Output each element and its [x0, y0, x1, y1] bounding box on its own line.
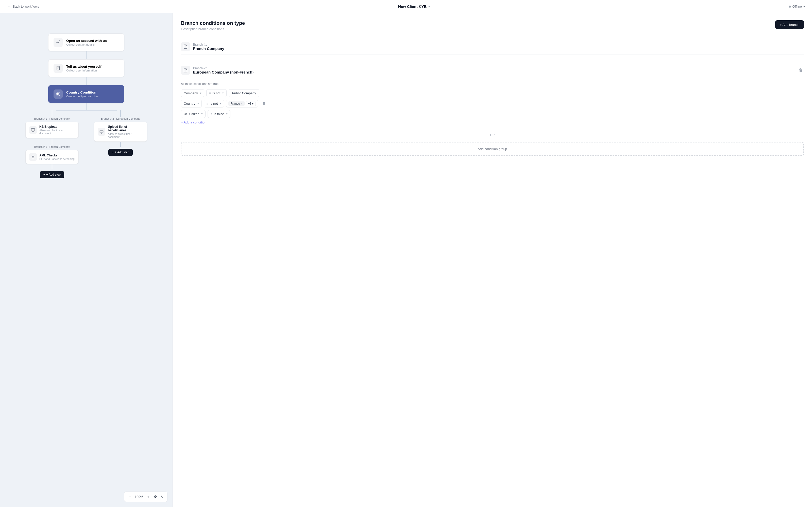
branch-2-name: European Company (non-French)	[193, 70, 794, 74]
branch-1-name: French Company	[193, 46, 804, 51]
workflow-node-1[interactable]: Open an account with us Collect contact …	[48, 34, 124, 51]
fork-cols: Branch # 1 - French Company KBIS upload	[26, 110, 147, 178]
zoom-in-button[interactable]: +	[146, 494, 151, 500]
branch-1-node-icon	[29, 126, 37, 134]
plus-icon: +	[43, 173, 45, 176]
list-icon: ≡	[209, 92, 211, 95]
branch-2-node-sub: Allow to collect user document	[108, 132, 143, 138]
branch-2-col: Branch # 2 - European Company Upload lis…	[94, 110, 147, 178]
branch-1-number: Branch #1	[193, 43, 804, 46]
status-label: Offline	[793, 5, 802, 8]
node-3-icon	[54, 90, 63, 99]
aml-title: AML Checks	[39, 154, 74, 157]
branch-1-node[interactable]: KBIS upload Allow to collect user docume…	[26, 122, 79, 138]
branch-2-node-text: Upload list of beneficiaries Allow to co…	[108, 125, 143, 138]
workflow-title-button[interactable]: New Client KYB ▾	[398, 4, 430, 9]
select-tool-button[interactable]: ↖	[159, 493, 165, 500]
branch-1-v-line	[52, 110, 52, 117]
condition-3-field[interactable]: US Citizen ▾	[181, 110, 206, 118]
condition-row-3: US Citizen ▾ ≡ is false ▾	[181, 110, 804, 118]
branch-2-node[interactable]: Upload list of beneficiaries Allow to co…	[94, 122, 147, 142]
condition-3-operator-label: is false	[214, 112, 224, 116]
condition-2-field-label: Country	[184, 102, 195, 105]
list-icon-2: ≡	[207, 102, 208, 105]
zoom-controls: − 100% + ✥ ↖	[124, 492, 167, 502]
chevron-down-icon: ▾	[803, 5, 805, 8]
pan-tool-button[interactable]: ✥	[153, 493, 158, 500]
main-layout: Open an account with us Collect contact …	[0, 13, 812, 507]
status-button[interactable]: Offline ▾	[789, 5, 805, 8]
node-2-subtitle: Collect user information	[66, 69, 101, 72]
condition-1-operator[interactable]: ≡ Is not ▾	[206, 89, 227, 97]
workflow-node-2[interactable]: Tell us about yourself Collect user info…	[48, 59, 124, 77]
branch-1-col: Branch # 1 - French Company KBIS upload	[26, 110, 79, 178]
branch-1-node-sub: Allow to collect user document	[39, 129, 75, 135]
workflow-canvas: Open an account with us Collect contact …	[0, 13, 172, 507]
branch-section: Branch # 1 - French Company KBIS upload	[26, 103, 147, 178]
branch-1-node-title: KBIS upload	[39, 125, 75, 128]
workflow-title: New Client KYB	[398, 4, 427, 9]
node-2-icon	[54, 64, 63, 73]
branch-2-node-title: Upload list of beneficiaries	[108, 125, 143, 132]
node-1-title: Open an account with us	[66, 39, 107, 43]
chevron-down-icon: ▾	[226, 112, 227, 116]
condition-2-field[interactable]: Country ▾	[181, 100, 202, 108]
fork-top-line	[86, 103, 87, 110]
conditions-section: All these conditions are true Company ▾ …	[181, 78, 804, 128]
branch-1-node-text: KBIS upload Allow to collect user docume…	[39, 125, 75, 135]
add-condition-group-button[interactable]: Add condition group	[181, 142, 804, 156]
condition-3-operator[interactable]: ≡ is false ▾	[208, 110, 230, 118]
branch-2-delete-button[interactable]: 🗑	[797, 67, 804, 74]
chevron-down-icon: ▾	[252, 102, 253, 105]
add-condition-group-label: Add condition group	[478, 147, 507, 151]
list-icon-3: ≡	[210, 112, 212, 116]
branch-2-label: Branch # 2 - European Company	[101, 117, 140, 120]
add-step-branch-1[interactable]: + + Add step	[40, 171, 64, 178]
branch-1-header: Branch #1 French Company	[181, 38, 804, 55]
zoom-level: 100%	[134, 495, 144, 499]
branch-1-aml-label: Branch # 1 - French Company	[34, 145, 70, 148]
branch-1-doc-icon	[181, 42, 190, 51]
panel-description: Description branch conditions	[181, 27, 245, 31]
add-step-branch-2[interactable]: + + Add step	[108, 149, 133, 156]
workflow-node-3[interactable]: Country Condition Create multiple branch…	[48, 85, 124, 103]
france-tag-remove[interactable]: ×	[241, 102, 243, 105]
node-3-subtitle: Create multiple branches	[66, 95, 99, 98]
chevron-down-icon: ▾	[222, 92, 224, 95]
node-2-text: Tell us about yourself Collect user info…	[66, 65, 101, 72]
condition-1-field[interactable]: Company ▾	[181, 89, 204, 97]
branch-2-number: Branch #2	[193, 66, 794, 70]
aml-node[interactable]: AML Checks PEP and Sanctions screening	[26, 150, 79, 164]
condition-2-operator[interactable]: ≡ Is not ▾	[204, 100, 224, 108]
branch-2-header: Branch #2 European Company (non-French) …	[181, 62, 804, 78]
svg-rect-8	[100, 130, 103, 132]
chevron-down-icon: ▾	[197, 102, 199, 105]
france-tag: France ×	[229, 101, 245, 106]
chevron-down-icon: ▾	[201, 112, 203, 116]
add-branch-label: + Add branch	[780, 23, 799, 26]
back-button[interactable]: ← Back to workflows	[7, 5, 39, 9]
condition-1-value: Public Company	[229, 89, 259, 97]
add-condition-button[interactable]: + Add a condition	[181, 120, 206, 124]
fork-h-line	[56, 110, 117, 111]
plus-icon-2: +	[112, 151, 114, 154]
app-header: ← Back to workflows New Client KYB ▾ Off…	[0, 0, 812, 13]
branch-item-2: Branch #2 European Company (non-French) …	[181, 62, 804, 156]
condition-1-operator-label: Is not	[212, 91, 220, 95]
panel-title-group: Branch conditions on type Description br…	[181, 20, 245, 31]
more-tags-button[interactable]: +3 ▾	[246, 101, 256, 106]
condition-2-delete-button[interactable]: 🗑	[261, 100, 267, 107]
svg-point-7	[33, 156, 34, 157]
condition-1-value-text: Public Company	[232, 91, 256, 95]
chevron-down-icon: ▾	[428, 5, 430, 8]
zoom-out-button[interactable]: −	[127, 494, 132, 500]
branch-1-label: Branch # 1 - French Company	[34, 117, 70, 120]
or-divider: OR	[181, 133, 804, 137]
add-branch-button[interactable]: + Add branch	[775, 20, 804, 29]
node-2-title: Tell us about yourself	[66, 65, 101, 68]
svg-point-5	[56, 92, 60, 96]
node-3-title: Country Condition	[66, 91, 99, 94]
offline-dot-icon	[789, 6, 791, 8]
condition-3-field-label: US Citizen	[184, 112, 199, 116]
connector-1	[86, 51, 87, 59]
